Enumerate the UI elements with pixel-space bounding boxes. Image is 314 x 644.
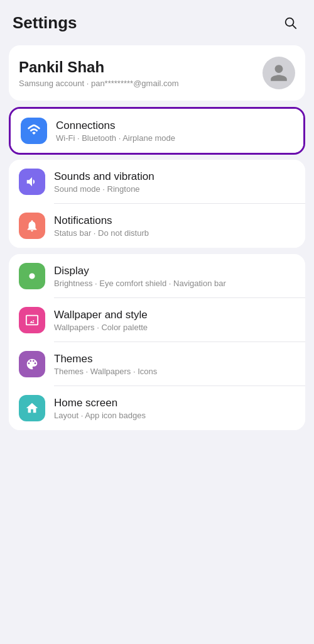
themes-icon xyxy=(25,357,39,371)
display-icon-wrap xyxy=(19,263,45,289)
notifications-title: Notifications xyxy=(54,214,149,227)
sounds-title: Sounds and vibration xyxy=(54,170,154,183)
sound-icon xyxy=(25,175,39,189)
connections-subtitle: Wi-Fi · Bluetooth · Airplane mode xyxy=(56,133,175,143)
sidebar-item-homescreen[interactable]: Home screen Layout · App icon badges xyxy=(9,386,305,430)
sidebar-item-connections[interactable]: Connections Wi-Fi · Bluetooth · Airplane… xyxy=(11,109,303,153)
display-icon xyxy=(25,269,39,283)
wallpaper-title: Wallpaper and style xyxy=(54,309,148,321)
sounds-notifications-section: Sounds and vibration Sound mode · Ringto… xyxy=(9,160,305,248)
sidebar-item-sounds[interactable]: Sounds and vibration Sound mode · Ringto… xyxy=(9,160,305,204)
svg-line-1 xyxy=(293,25,296,28)
sounds-subtitle: Sound mode · Ringtone xyxy=(54,184,154,194)
connections-text: Connections Wi-Fi · Bluetooth · Airplane… xyxy=(56,119,175,143)
themes-title: Themes xyxy=(54,353,157,365)
notifications-icon xyxy=(25,219,39,233)
avatar-icon xyxy=(269,63,289,83)
home-icon xyxy=(25,401,39,415)
sounds-icon-wrap xyxy=(19,169,45,195)
notifications-text: Notifications Status bar · Do not distur… xyxy=(54,214,149,238)
themes-text: Themes Themes · Wallpapers · Icons xyxy=(54,353,157,376)
homescreen-icon-wrap xyxy=(19,395,45,421)
profile-name: Pankil Shah xyxy=(19,58,179,76)
wifi-icon xyxy=(27,124,41,138)
display-subtitle: Brightness · Eye comfort shield · Naviga… xyxy=(54,279,226,288)
notifications-subtitle: Status bar · Do not disturb xyxy=(54,228,149,238)
profile-card[interactable]: Pankil Shah Samsung account · pan*******… xyxy=(9,45,305,101)
header: Settings xyxy=(0,0,314,42)
avatar xyxy=(263,57,295,89)
connections-section: Connections Wi-Fi · Bluetooth · Airplane… xyxy=(9,107,305,155)
sidebar-item-wallpaper[interactable]: Wallpaper and style Wallpapers · Color p… xyxy=(9,298,305,342)
profile-info: Pankil Shah Samsung account · pan*******… xyxy=(19,58,179,88)
homescreen-title: Home screen xyxy=(54,397,146,409)
wallpaper-text: Wallpaper and style Wallpapers · Color p… xyxy=(54,309,148,332)
wallpaper-icon-wrap xyxy=(19,307,45,333)
connections-title: Connections xyxy=(56,119,175,132)
display-text: Display Brightness · Eye comfort shield … xyxy=(54,265,226,288)
search-icon xyxy=(283,16,297,30)
display-title: Display xyxy=(54,265,226,277)
connections-icon-wrap xyxy=(21,118,47,144)
sidebar-item-display[interactable]: Display Brightness · Eye comfort shield … xyxy=(9,254,305,298)
sidebar-item-notifications[interactable]: Notifications Status bar · Do not distur… xyxy=(9,204,305,248)
wallpaper-subtitle: Wallpapers · Color palette xyxy=(54,323,148,332)
search-button[interactable] xyxy=(279,11,301,34)
display-group-section: Display Brightness · Eye comfort shield … xyxy=(9,254,305,430)
notifications-icon-wrap xyxy=(19,213,45,239)
sounds-text: Sounds and vibration Sound mode · Ringto… xyxy=(54,170,154,194)
themes-subtitle: Themes · Wallpapers · Icons xyxy=(54,367,157,376)
homescreen-text: Home screen Layout · App icon badges xyxy=(54,397,146,420)
page-title: Settings xyxy=(13,13,77,33)
sidebar-item-themes[interactable]: Themes Themes · Wallpapers · Icons xyxy=(9,342,305,386)
profile-email: Samsung account · pan*********@gmail.com xyxy=(19,79,179,88)
themes-icon-wrap xyxy=(19,351,45,377)
wallpaper-icon xyxy=(25,313,39,327)
homescreen-subtitle: Layout · App icon badges xyxy=(54,411,146,420)
